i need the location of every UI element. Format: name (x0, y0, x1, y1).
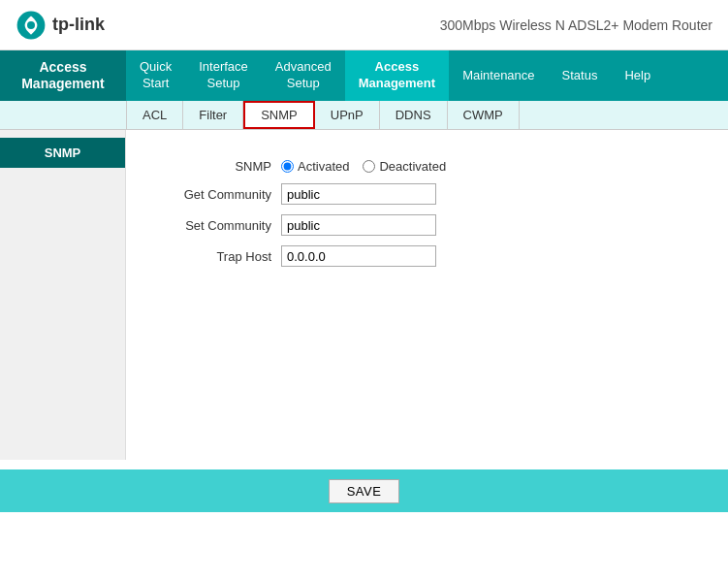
nav-item-interface-setup[interactable]: Interface Setup (185, 50, 262, 101)
content-area: SNMP SNMP Activated Deactivated (0, 130, 728, 460)
snmp-activated-text: Activated (298, 159, 349, 174)
router-title: 300Mbps Wireless N ADSL2+ Modem Router (440, 17, 712, 33)
set-community-label: Set Community (155, 218, 281, 233)
save-button[interactable]: SAVE (329, 479, 400, 503)
nav-item-help[interactable]: Help (611, 50, 664, 101)
sub-nav-cwmp[interactable]: CWMP (448, 101, 520, 129)
get-community-value (281, 183, 436, 205)
set-community-row: Set Community (155, 214, 699, 236)
sub-nav-ddns[interactable]: DDNS (380, 101, 448, 129)
save-bar: SAVE (0, 469, 728, 512)
sub-nav-filter[interactable]: Filter (183, 101, 243, 129)
page-header: tp-link 300Mbps Wireless N ADSL2+ Modem … (0, 0, 728, 50)
set-community-value (281, 214, 436, 236)
sidebar: SNMP (0, 130, 126, 460)
snmp-field-label: SNMP (155, 159, 281, 174)
nav-item-quick-start[interactable]: Quick Start (126, 50, 185, 101)
trap-host-input[interactable] (281, 245, 436, 267)
get-community-label: Get Community (155, 187, 281, 202)
bottom-area (0, 512, 728, 582)
trap-host-label: Trap Host (155, 249, 281, 264)
nav-items: Quick Start Interface Setup Advanced Set… (126, 50, 728, 101)
nav-item-access-management[interactable]: Access Management (345, 50, 449, 101)
get-community-row: Get Community (155, 183, 699, 205)
snmp-activated-label[interactable]: Activated (281, 159, 349, 174)
snmp-radio-group: Activated Deactivated (281, 159, 446, 174)
sidebar-snmp-item: SNMP (0, 138, 125, 168)
svg-point-1 (27, 21, 35, 29)
snmp-activated-radio[interactable] (281, 160, 294, 173)
nav-brand-label: Access Management (21, 59, 105, 92)
set-community-input[interactable] (281, 214, 436, 236)
nav-item-maintenance[interactable]: Maintenance (449, 50, 548, 101)
logo-text: tp-link (52, 15, 105, 35)
snmp-deactivated-radio[interactable] (363, 160, 375, 173)
logo: tp-link (16, 10, 105, 41)
sub-nav-acl[interactable]: ACL (126, 101, 183, 129)
main-nav: Access Management Quick Start Interface … (0, 50, 728, 101)
sub-nav-snmp[interactable]: SNMP (243, 101, 315, 129)
trap-host-value (281, 245, 436, 267)
snmp-deactivated-label[interactable]: Deactivated (363, 159, 446, 174)
main-content: SNMP Activated Deactivated Get Community (126, 130, 728, 460)
nav-item-status[interactable]: Status (549, 50, 612, 101)
snmp-form: SNMP Activated Deactivated Get Community (155, 159, 699, 267)
sub-nav: ACL Filter SNMP UPnP DDNS CWMP (0, 101, 728, 130)
sub-nav-upnp[interactable]: UPnP (315, 101, 380, 129)
nav-item-advanced-setup[interactable]: Advanced Setup (262, 50, 345, 101)
get-community-input[interactable] (281, 183, 436, 205)
tplink-logo-icon (16, 10, 47, 41)
snmp-radio-row: SNMP Activated Deactivated (155, 159, 699, 174)
nav-brand: Access Management (0, 50, 126, 101)
trap-host-row: Trap Host (155, 245, 699, 267)
snmp-deactivated-text: Deactivated (379, 159, 446, 174)
